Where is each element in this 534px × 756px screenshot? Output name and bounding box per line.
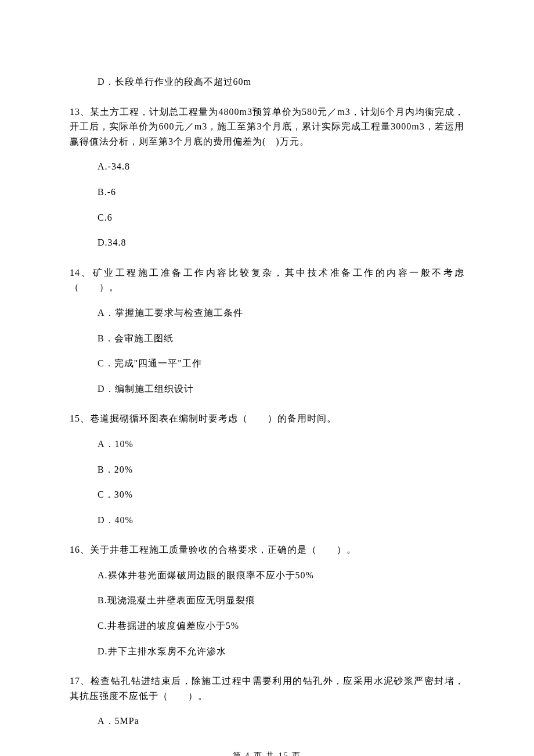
q15-option-c: C．30% [70,487,464,502]
q16-option-b: B.现浇混凝土井壁表面应无明显裂痕 [70,593,464,608]
q14-option-b: B．会审施工图纸 [70,331,464,346]
page-footer: 第 4 页 共 15 页 [70,750,464,756]
q15-stem: 15、巷道掘砌循环图表在编制时要考虑（ ）的备用时间。 [70,411,464,426]
q16-option-a: A.裸体井巷光面爆破周边眼的眼痕率不应小于50% [70,568,464,583]
q15-option-d: D．40% [70,513,464,528]
q15-option-a: A．10% [70,437,464,452]
q12-option-d: D．长段单行作业的段高不超过60m [70,74,464,89]
q13-stem: 13、某土方工程，计划总工程量为4800m3预算单价为580元／m3，计划6个月… [70,105,464,149]
q15-option-b: B．20% [70,462,464,477]
q14-option-d: D．编制施工组织设计 [70,381,464,397]
q14-option-a: A．掌握施工要求与检查施工条件 [70,305,464,321]
q14-option-c: C．完成"四通一平"工作 [70,356,464,371]
q16-option-d: D.井下主排水泵房不允许渗水 [70,644,464,659]
document-page: D．长段单行作业的段高不超过60m 13、某土方工程，计划总工程量为4800m3… [0,0,534,756]
q13-option-a: A.-34.8 [70,159,464,174]
q13-option-c: C.6 [70,210,464,225]
q16-stem: 16、关于井巷工程施工质量验收的合格要求，正确的是（ ）。 [70,542,464,557]
q17-stem: 17、检查钻孔钻进结束后，除施工过程中需要利用的钻孔外，应采用水泥砂浆严密封堵，… [70,674,464,703]
q14-stem: 14、矿业工程施工准备工作内容比较复杂，其中技术准备工作的内容一般不考虑（ ）。 [70,265,464,295]
q16-option-c: C.井巷掘进的坡度偏差应小于5% [70,618,464,633]
q13-option-d: D.34.8 [70,235,464,250]
q13-option-b: B.-6 [70,185,464,200]
q17-option-a: A．5MPa [70,714,464,729]
